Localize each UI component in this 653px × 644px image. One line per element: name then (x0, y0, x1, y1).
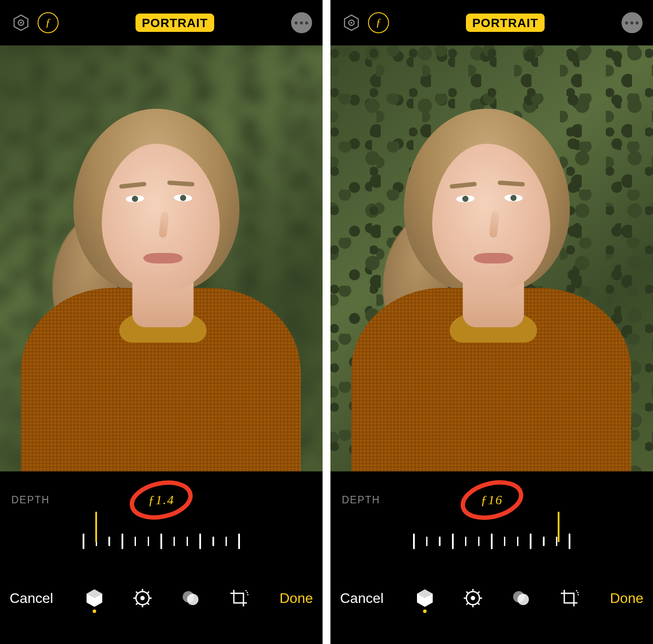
portrait-subject (365, 91, 609, 471)
editor-pane-right: ƒ PORTRAIT DEPTH ƒ16 (330, 0, 653, 644)
depth-slider[interactable] (413, 528, 570, 554)
svg-point-28 (471, 596, 475, 600)
svg-line-13 (147, 603, 149, 605)
svg-point-38 (518, 594, 529, 605)
more-button[interactable] (622, 12, 643, 33)
portrait-lighting-tool-icon[interactable] (83, 585, 105, 611)
svg-line-34 (478, 603, 479, 605)
filters-tool-icon[interactable] (510, 585, 532, 611)
adjust-tool-icon[interactable] (462, 585, 484, 611)
svg-point-2 (20, 22, 22, 24)
svg-point-7 (140, 596, 145, 600)
depth-label: DEPTH (342, 494, 380, 506)
svg-point-19 (247, 592, 248, 593)
active-tool-dot-icon (93, 609, 96, 613)
svg-point-3 (129, 478, 194, 523)
depth-readout-row: DEPTH ƒ1.4 (0, 471, 323, 528)
slider-needle (558, 512, 559, 542)
svg-line-14 (147, 592, 149, 593)
depth-slider-row (0, 528, 323, 570)
aperture-f-icon[interactable]: ƒ (38, 12, 59, 33)
svg-point-40 (577, 592, 578, 593)
depth-slider[interactable] (83, 528, 240, 554)
cancel-button[interactable]: Cancel (10, 590, 53, 606)
depth-readout-row: DEPTH ƒ16 (330, 471, 653, 528)
portrait-lighting-tool-icon[interactable] (414, 585, 436, 611)
bottom-toolbar: Cancel Done (330, 570, 653, 627)
crop-tool-icon[interactable] (558, 585, 580, 611)
svg-point-39 (576, 590, 577, 592)
aperture-f-icon[interactable]: ƒ (368, 12, 389, 33)
depth-label: DEPTH (11, 494, 50, 506)
editor-pane-left: ƒ PORTRAIT DEPTH ƒ1.4 (0, 0, 323, 644)
slider-needle (95, 512, 97, 542)
mode-pill[interactable]: PORTRAIT (466, 14, 544, 32)
svg-point-23 (351, 22, 352, 24)
svg-point-20 (247, 594, 248, 596)
svg-line-15 (136, 603, 138, 605)
top-bar: ƒ PORTRAIT (0, 0, 323, 45)
more-button[interactable] (291, 12, 312, 33)
depth-slider-row (330, 528, 653, 570)
annotation-circle (454, 474, 529, 525)
svg-line-12 (136, 592, 138, 593)
lighting-hex-icon[interactable] (341, 12, 362, 33)
filters-tool-icon[interactable] (180, 585, 201, 611)
lighting-hex-icon[interactable] (10, 12, 31, 33)
svg-point-17 (187, 594, 198, 605)
portrait-subject (34, 91, 279, 471)
crop-tool-icon[interactable] (228, 585, 250, 611)
top-bar: ƒ PORTRAIT (330, 0, 653, 45)
photo-preview[interactable] (0, 45, 323, 471)
svg-point-18 (245, 590, 247, 592)
photo-preview[interactable] (330, 45, 653, 471)
done-button[interactable]: Done (279, 590, 313, 606)
cancel-button[interactable]: Cancel (340, 590, 384, 606)
done-button[interactable]: Done (610, 590, 643, 606)
svg-line-36 (466, 603, 468, 605)
svg-point-41 (577, 594, 579, 596)
annotation-circle (124, 474, 199, 525)
svg-line-33 (466, 592, 468, 593)
adjust-tool-icon[interactable] (132, 585, 153, 611)
svg-line-35 (478, 592, 479, 593)
bottom-toolbar: Cancel Done (0, 570, 323, 627)
active-tool-dot-icon (423, 609, 427, 613)
svg-point-24 (459, 477, 524, 523)
mode-pill[interactable]: PORTRAIT (135, 14, 214, 32)
